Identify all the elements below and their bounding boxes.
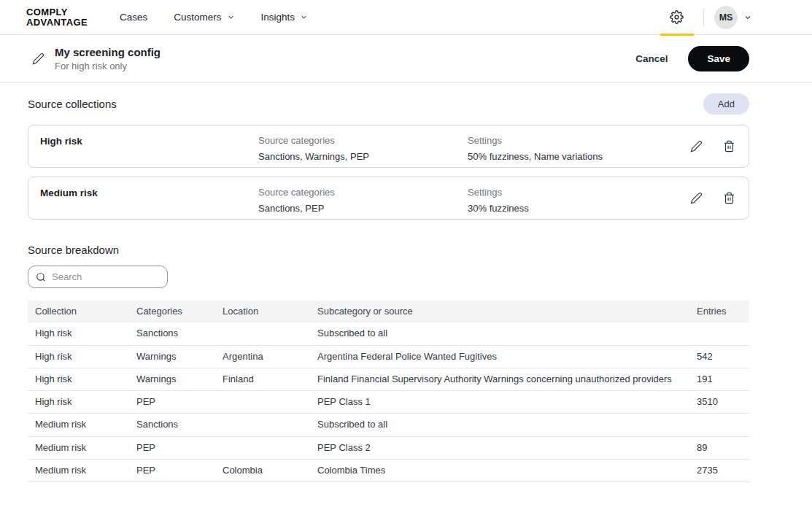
settings-label: Settings [468, 187, 677, 198]
search-icon [36, 272, 46, 282]
table-cell: Sanctions [129, 322, 215, 345]
search-input[interactable] [52, 271, 160, 282]
active-tab-indicator [660, 34, 694, 36]
nav-item-cases[interactable]: Cases [120, 12, 147, 23]
collection-settings: Settings 30% fuzziness [468, 187, 677, 214]
table-cell: Argentina Federal Police Wanted Fugitive… [310, 345, 689, 368]
edit-collection-button[interactable] [689, 190, 704, 206]
page-title: My screening config [55, 46, 635, 58]
table-cell: High risk [28, 391, 129, 414]
source-collections-header: Source collections Add [28, 93, 749, 115]
user-menu[interactable]: MS [714, 6, 752, 29]
table-cell: PEP Class 2 [310, 436, 689, 459]
nav-item-label: Customers [174, 12, 221, 23]
pencil-icon [690, 192, 703, 204]
table-cell: 2735 [689, 460, 749, 482]
column-header-categories: Categories [129, 301, 215, 322]
collection-settings: Settings 50% fuzziness, Name variations [468, 135, 677, 162]
categories-label: Source categories [258, 135, 468, 146]
table-body: High riskSanctionsSubscribed to allHigh … [28, 322, 749, 482]
table-cell: 3510 [689, 391, 749, 414]
logo-line-2: ADVANTAGE [26, 18, 88, 28]
table-cell: Medium risk [28, 436, 129, 459]
trash-icon [723, 140, 735, 152]
settings-label: Settings [468, 135, 677, 146]
column-header-subcategory-or-source: Subcategory or source [310, 301, 689, 322]
table-cell: Subscribed to all [310, 322, 689, 345]
column-header-entries: Entries [689, 301, 749, 322]
pencil-icon [690, 140, 703, 152]
primary-nav: Cases Customers Insights [120, 12, 660, 23]
collection-categories: Source categories Sanctions, Warnings, P… [258, 135, 468, 162]
config-title-bar: My screening config For high risk only C… [0, 35, 812, 82]
add-collection-button[interactable]: Add [703, 93, 749, 115]
settings-value: 30% fuzziness [468, 203, 677, 214]
categories-value: Sanctions, Warnings, PEP [258, 151, 468, 162]
chevron-down-icon [743, 13, 752, 22]
table-cell: Finland [215, 368, 310, 390]
edit-title-icon[interactable] [32, 53, 45, 65]
logo-line-1: COMPLY [26, 7, 88, 18]
collection-categories: Source categories Sanctions, PEP [258, 187, 468, 214]
collection-card-high-risk: High risk Source categories Sanctions, W… [28, 125, 749, 168]
table-row: Medium riskPEPPEP Class 289 [28, 436, 749, 459]
chevron-down-icon [227, 13, 235, 21]
nav-item-insights[interactable]: Insights [261, 12, 309, 23]
settings-button[interactable] [660, 0, 693, 35]
categories-value: Sanctions, PEP [258, 203, 468, 214]
table-cell: 89 [689, 436, 749, 459]
nav-item-label: Insights [261, 12, 295, 23]
delete-collection-button[interactable] [722, 190, 737, 206]
save-button[interactable]: Save [688, 46, 749, 71]
search-box [28, 266, 168, 288]
trash-icon [723, 192, 735, 204]
collection-name: High risk [40, 135, 258, 147]
table-cell: 191 [689, 368, 749, 390]
edit-collection-button[interactable] [689, 139, 704, 154]
table-cell [689, 322, 749, 345]
table-row: High riskWarningsFinlandFinland Financia… [28, 368, 749, 390]
table-cell: Sanctions [129, 414, 215, 436]
table-cell: PEP [129, 436, 215, 459]
table-cell: Warnings [129, 345, 215, 368]
delete-collection-button[interactable] [722, 139, 737, 154]
table-cell: Warnings [129, 368, 215, 390]
table-cell [689, 414, 749, 436]
source-breakdown-title: Source breakdown [28, 244, 749, 256]
page-subtitle: For high risk only [55, 61, 635, 71]
table-cell: Colombia Times [310, 460, 689, 482]
table-cell: High risk [28, 345, 129, 368]
table-row: High riskSanctionsSubscribed to all [28, 322, 749, 345]
table-row: Medium riskSanctionsSubscribed to all [28, 414, 749, 436]
table-row: High riskPEPPEP Class 13510 [28, 391, 749, 414]
collection-name: Medium risk [40, 187, 258, 198]
table-cell: PEP [129, 460, 215, 482]
column-header-location: Location [215, 301, 310, 322]
collection-actions [689, 190, 737, 206]
top-nav: COMPLY ADVANTAGE Cases Customers Insight… [0, 0, 812, 35]
table-cell: Colombia [215, 460, 310, 482]
complyadvantage-logo[interactable]: COMPLY ADVANTAGE [26, 7, 88, 27]
table-cell: High risk [28, 322, 129, 345]
table-cell [215, 414, 310, 436]
nav-divider [703, 9, 704, 26]
table-row: Medium riskPEPColombiaColombia Times2735 [28, 460, 749, 482]
table-cell: Medium risk [28, 414, 129, 436]
avatar: MS [714, 6, 738, 29]
cancel-button[interactable]: Cancel [635, 53, 668, 64]
nav-right-group: MS [660, 0, 752, 35]
collection-actions [689, 139, 737, 154]
table-head-row: CollectionCategoriesLocationSubcategory … [28, 301, 749, 322]
main-content: Source collections Add High risk Source … [0, 82, 812, 482]
nav-item-customers[interactable]: Customers [174, 12, 234, 23]
table-cell: Subscribed to all [310, 414, 689, 436]
table-cell [215, 391, 310, 414]
table-cell: Medium risk [28, 460, 129, 482]
table-cell [215, 322, 310, 345]
table-cell: High risk [28, 368, 129, 390]
nav-item-label: Cases [120, 12, 147, 23]
table-cell [215, 436, 310, 459]
gear-icon [670, 10, 684, 24]
table-cell: 542 [689, 345, 749, 368]
table-cell: Finland Financial Supervisory Authority … [310, 368, 689, 390]
